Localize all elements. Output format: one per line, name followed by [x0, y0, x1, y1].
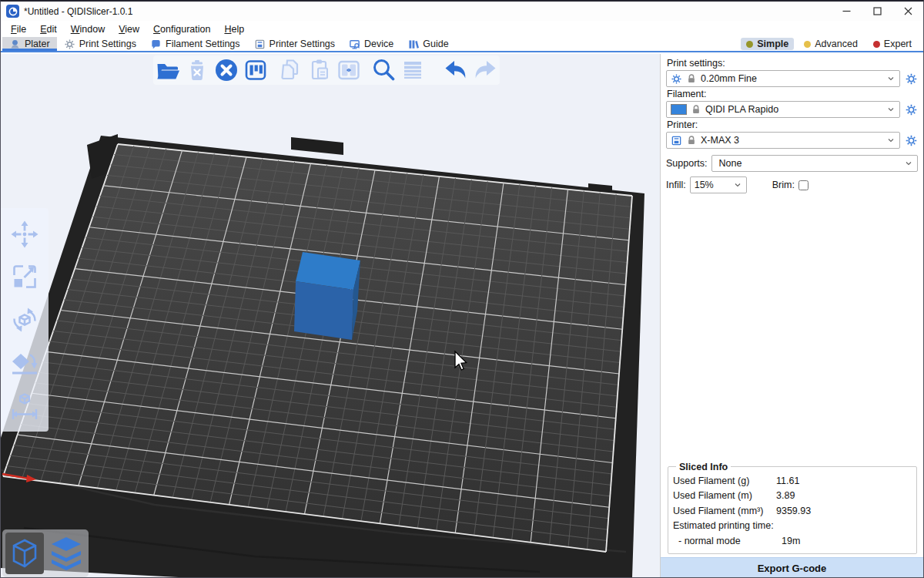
delete-button[interactable] [184, 57, 210, 83]
tab-print-settings[interactable]: Print Settings [57, 37, 143, 51]
sliced-info-row: Used Filament (m) 3.89 [673, 489, 912, 504]
print-settings-value: 0.20mm Fine [701, 73, 882, 84]
gear-icon [671, 73, 682, 85]
simple-dot-icon [746, 41, 753, 48]
chevron-down-icon [886, 105, 896, 114]
tab-plater[interactable]: Plater [2, 37, 57, 51]
printer-icon [671, 135, 682, 146]
printer-value: X-MAX 3 [701, 135, 882, 146]
place-on-face-button[interactable] [8, 346, 42, 380]
tab-printer-settings[interactable]: Printer Settings [247, 37, 342, 51]
tab-device[interactable]: Device [342, 37, 400, 51]
filament-combo[interactable]: QIDI PLA Rapido [666, 101, 900, 118]
menu-file[interactable]: File [4, 22, 33, 36]
variable-layer-height-button[interactable] [400, 57, 426, 83]
arrange-button[interactable] [243, 57, 269, 83]
mode-expert[interactable]: Expert [868, 38, 917, 50]
menu-help[interactable]: Help [217, 22, 251, 36]
app-logo-icon [6, 5, 19, 18]
search-button[interactable] [370, 57, 397, 83]
print-settings-label: Print settings: [667, 58, 918, 69]
gear-icon [64, 39, 75, 50]
sliced-info-title: Sliced Info [676, 462, 731, 472]
sliced-info-panel: Sliced Info Used Filament (g) 11.61 Used… [668, 462, 917, 555]
lock-icon [686, 73, 697, 84]
undo-button[interactable] [443, 57, 469, 83]
sliced-info-row: - normal mode 19m [673, 534, 912, 549]
chevron-down-icon [904, 159, 913, 168]
tab-bar: Plater Print Settings Filament Settings … [1, 37, 923, 52]
build-plate-scene [1, 54, 660, 578]
expert-dot-icon [873, 41, 880, 48]
print-settings-gear-button[interactable] [904, 72, 918, 86]
sliced-info-row: Estimated printing time: [673, 519, 912, 534]
copy-button[interactable] [277, 57, 303, 83]
scale-button[interactable] [8, 260, 42, 294]
menu-window[interactable]: Window [64, 22, 112, 36]
move-button[interactable] [8, 217, 42, 251]
filament-value: QIDI PLA Rapido [705, 104, 882, 115]
split-to-objects-button[interactable] [336, 57, 362, 83]
sliced-info-row: Used Filament (g) 11.61 [673, 474, 912, 489]
chevron-down-icon [886, 74, 896, 83]
mode-switcher: Simple Advanced Expert [741, 37, 923, 51]
printer-gear-button[interactable] [904, 133, 918, 147]
3d-editor-view-button[interactable] [5, 533, 44, 574]
preview-button[interactable] [47, 533, 85, 574]
chevron-down-icon [886, 136, 896, 145]
redo-button[interactable] [472, 57, 498, 83]
menu-configuration[interactable]: Configuration [146, 22, 217, 36]
menu-view[interactable]: View [112, 22, 146, 36]
title-bar: *Untitled - QIDISlicer-1.0.1 [1, 2, 923, 21]
open-button[interactable] [155, 57, 181, 83]
menu-bar: File Edit Window View Configuration Help [1, 21, 924, 37]
filament-label: Filament: [667, 89, 918, 99]
supports-label: Supports: [666, 158, 708, 169]
advanced-dot-icon [804, 41, 811, 48]
window-title: *Untitled - QIDISlicer-1.0.1 [24, 6, 132, 17]
sliced-info-row: Used Filament (mm³) 9359.93 [673, 504, 912, 519]
maximize-button[interactable] [862, 2, 892, 21]
measure-button[interactable] [8, 388, 42, 422]
gizmo-toolbar [1, 208, 49, 432]
chevron-down-icon [733, 180, 742, 190]
mode-advanced[interactable]: Advanced [798, 38, 863, 50]
filament-icon [150, 39, 162, 50]
tab-guide[interactable]: Guide [400, 37, 455, 51]
menu-edit[interactable]: Edit [33, 22, 64, 36]
filament-color-swatch [671, 104, 687, 115]
tab-filament-settings[interactable]: Filament Settings [143, 37, 247, 51]
delete-all-button[interactable] [213, 57, 239, 83]
paste-button[interactable] [306, 57, 333, 83]
qidislicer-window: *Untitled - QIDISlicer-1.0.1 File Edit W… [0, 0, 924, 578]
cube-view-icon [10, 537, 39, 570]
plater-icon [9, 39, 21, 50]
infill-label: Infill: [666, 180, 686, 190]
infill-combo[interactable]: 15% [690, 176, 747, 193]
rotate-button[interactable] [8, 303, 42, 337]
3d-viewport[interactable] [1, 54, 661, 578]
print-settings-combo[interactable]: 0.20mm Fine [666, 70, 900, 87]
supports-value: None [716, 158, 900, 169]
lock-icon [686, 135, 697, 146]
export-gcode-button[interactable]: Export G-code [661, 557, 923, 578]
printer-combo[interactable]: X-MAX 3 [666, 132, 900, 149]
printer-icon [254, 39, 266, 50]
view-toggle-bar [2, 529, 89, 577]
cube-model[interactable] [294, 252, 360, 340]
layers-preview-icon [50, 536, 82, 571]
filament-gear-button[interactable] [904, 102, 918, 116]
minimize-button[interactable] [831, 2, 862, 21]
brim-label: Brim: [772, 180, 795, 190]
brim-checkbox[interactable] [798, 180, 808, 190]
guide-icon [407, 39, 419, 50]
infill-value: 15% [695, 180, 733, 190]
supports-combo[interactable]: None [711, 155, 918, 172]
lock-icon [691, 104, 701, 115]
printer-label: Printer: [667, 119, 918, 130]
mode-simple[interactable]: Simple [741, 38, 794, 50]
close-button[interactable] [892, 2, 923, 21]
settings-sidebar: Print settings: 0.20mm Fine Filament: QI… [661, 54, 923, 578]
plater-toolbar [153, 55, 500, 85]
device-icon [349, 39, 360, 50]
